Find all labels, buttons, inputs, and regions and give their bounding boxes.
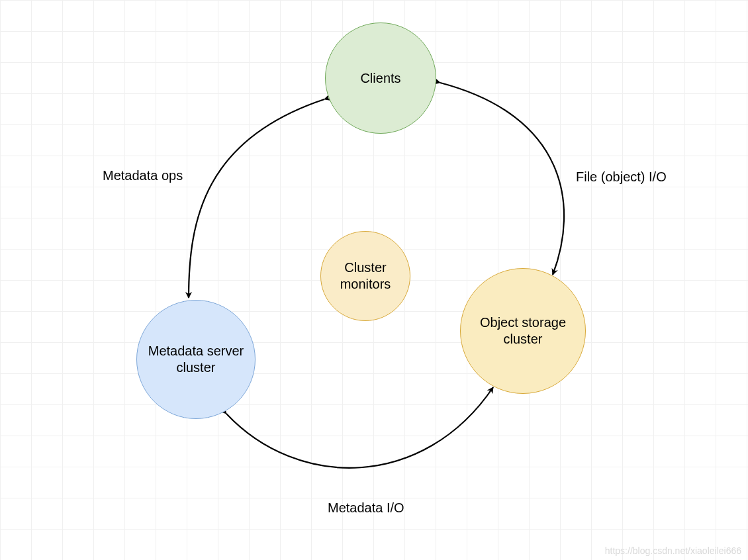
node-clients-label: Clients <box>356 66 404 91</box>
label-file-io: File (object) I/O <box>576 169 667 185</box>
edge-file-io <box>440 83 564 275</box>
node-cluster-monitors-label: Cluster monitors <box>321 256 410 297</box>
node-metadata-server-label: Metadata server cluster <box>137 339 255 380</box>
watermark-text: https://blog.csdn.net/xiaoleilei666 <box>605 545 741 556</box>
label-metadata-io: Metadata I/O <box>328 500 404 516</box>
node-object-storage-label: Object storage cluster <box>461 310 585 351</box>
label-metadata-ops: Metadata ops <box>103 168 183 183</box>
node-metadata-server: Metadata server cluster <box>136 300 256 419</box>
node-clients: Clients <box>325 23 436 134</box>
edge-metadata-io <box>226 387 493 468</box>
node-cluster-monitors: Cluster monitors <box>320 231 410 321</box>
node-object-storage: Object storage cluster <box>460 268 586 394</box>
diagram-canvas: Clients Cluster monitors Object storage … <box>0 0 748 560</box>
edge-metadata-ops <box>189 99 324 298</box>
